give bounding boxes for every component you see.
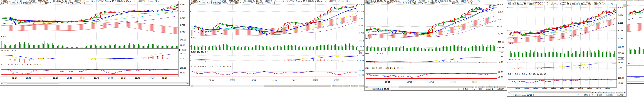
hidden-window-button <box>559 0 563 1</box>
scroll-right-button[interactable]: ▶ <box>591 92 594 94</box>
chart-scrollbar[interactable]: ◀▶▦✛─╫▪╱DLRQ✕▶ <box>190 85 364 87</box>
menu-switch-screen[interactable]: 画面転換 <box>484 88 495 90</box>
scroll-right-button[interactable]: ▶ <box>186 82 189 84</box>
hidden-window-button <box>587 0 591 1</box>
scroll-right-button[interactable]: ▶ <box>329 85 331 87</box>
chart-plot-area[interactable] <box>507 2 626 96</box>
toolbar-button-10[interactable]: ✕ <box>358 85 361 87</box>
chart-window-15min: 日経225mini 11/12( 15分, 2011/10/06 - 2011/… <box>190 0 364 88</box>
chart-menu: チャート追加 チャート削除 画面転換 画面設定 <box>456 88 507 90</box>
toolbar-button-5[interactable]: ╱ <box>608 92 610 94</box>
chart-tab[interactable]: 日経225mini 11/12 <box>513 94 534 96</box>
chevron-down-icon: ▼ <box>624 5 625 6</box>
scroll-left-button[interactable]: ◀ <box>190 85 193 87</box>
toolbar-button-3[interactable]: ╫ <box>602 92 605 94</box>
toolbar-button-10[interactable]: ✕ <box>621 92 624 94</box>
toolbar-button-1[interactable]: ✛ <box>335 85 337 87</box>
scroll-left-button[interactable]: ◀ <box>508 92 510 94</box>
hidden-window-button <box>545 0 549 1</box>
menu-screen-settings[interactable]: 画面設定 <box>615 94 626 96</box>
hidden-window-button <box>568 0 572 1</box>
hidden-window-button <box>526 0 530 1</box>
chart-toolbar: ▦✛─╫▪╱DLRQ✕▶ <box>332 85 364 87</box>
scrollbar-thumb[interactable] <box>533 92 591 93</box>
menu-add-chart[interactable]: チャート追加 <box>575 94 590 96</box>
chart-scrollbar[interactable]: ◀▶▦✛─╫▪╱DLRQ✕▶ <box>508 92 626 94</box>
toolbar-button-2[interactable]: ─ <box>337 85 340 87</box>
hidden-window-button <box>512 0 516 1</box>
menu-remove-chart[interactable]: チャート削除 <box>590 94 604 96</box>
hidden-window-button <box>624 0 629 1</box>
chart-window-5min: 日経225mini 11/12( 5分, 2011/10/13 - 2011/1… <box>0 0 190 86</box>
toolbar-button-8[interactable]: R <box>353 85 356 87</box>
hidden-window-button <box>643 0 644 1</box>
chart-tab-row: 日経225mini 11/12 チャート追加 チャート削除 画面転換 画面設定 <box>507 94 626 96</box>
tab-filler <box>391 88 456 90</box>
toolbar-button-0[interactable]: ▦ <box>332 85 334 87</box>
toolbar-button-5[interactable]: ╱ <box>345 85 348 87</box>
tab-filler <box>534 94 575 96</box>
toolbar-button-4[interactable]: ▪ <box>342 85 345 87</box>
chart-plot-area[interactable] <box>190 0 364 88</box>
chart-tab-row: 日経225mini 11/12 チャート追加 チャート削除 画面転換 画面設定 <box>365 88 507 90</box>
menu-add-chart[interactable]: チャート追加 <box>456 88 470 90</box>
hidden-window-button <box>629 0 634 1</box>
hidden-window-button <box>615 0 619 1</box>
hidden-window-button <box>578 0 582 1</box>
hidden-window-button <box>516 0 521 1</box>
chart-plot-area[interactable] <box>627 2 644 94</box>
menu-switch-screen[interactable]: 画面転換 <box>604 94 615 96</box>
chart-tab[interactable]: 日経225mini 11/12 <box>370 88 391 90</box>
toolbar-button-6[interactable]: D <box>610 92 613 94</box>
toolbar-button-6[interactable]: D <box>348 85 350 87</box>
hidden-window-button <box>601 0 605 1</box>
chart-plot-area[interactable] <box>0 0 190 86</box>
scrollbar-track[interactable] <box>510 92 591 94</box>
hidden-window-button <box>592 0 596 1</box>
toolbar-button-11[interactable]: ▶ <box>624 92 626 94</box>
window-strip-above <box>507 0 644 1</box>
hidden-window-button <box>634 0 638 1</box>
hidden-window-button <box>606 0 610 1</box>
toolbar-button-11[interactable]: ▶ <box>361 85 364 87</box>
hidden-window-button <box>610 0 615 1</box>
hidden-window-button <box>535 0 540 1</box>
hidden-window-button <box>531 0 535 1</box>
chart-menu: チャート追加 チャート削除 画面転換 画面設定 <box>575 94 626 96</box>
chart-window-60min: 日経225mini 11/12( 60分, 2011/10/06 - 2011/… <box>507 1 626 96</box>
hidden-window-button <box>554 0 558 1</box>
chart-window-partial <box>627 1 644 94</box>
hidden-window-button <box>564 0 568 1</box>
toolbar-button-7[interactable]: L <box>350 85 353 87</box>
scrollbar-thumb[interactable] <box>264 85 329 87</box>
chart-window-30min: 日経225mini 11/12( 30分, 2011/10/06 - 2011/… <box>364 0 507 90</box>
toolbar-button-1[interactable]: ✛ <box>597 92 600 94</box>
hidden-window-button <box>521 0 526 1</box>
scrollbar-track[interactable] <box>193 85 329 87</box>
chart-toolbar: ▦✛─╫▪╱DLRQ✕▶ <box>594 92 626 94</box>
menu-screen-settings[interactable]: 画面設定 <box>495 88 506 90</box>
hidden-window-button <box>620 0 624 1</box>
menu-remove-chart[interactable]: チャート削除 <box>470 88 484 90</box>
hidden-window-button <box>507 0 512 1</box>
hidden-window-button <box>540 0 544 1</box>
scrollbar-track[interactable] <box>3 82 186 84</box>
toolbar-button-0[interactable]: ▦ <box>594 92 597 94</box>
chart-plot-area[interactable] <box>365 0 507 90</box>
axis-dropdown-button[interactable]: ▼ <box>624 4 626 7</box>
toolbar-button-9[interactable]: Q <box>356 85 358 87</box>
hidden-window-button <box>596 0 600 1</box>
hidden-window-button <box>573 0 577 1</box>
toolbar-button-9[interactable]: Q <box>618 92 621 94</box>
toolbar-button-8[interactable]: R <box>616 92 618 94</box>
chart-scrollbar[interactable]: ◀▶ <box>0 82 189 84</box>
hidden-window-button <box>582 0 586 1</box>
scroll-left-button[interactable]: ◀ <box>0 82 3 84</box>
hidden-window-button <box>549 0 554 1</box>
toolbar-button-7[interactable]: L <box>613 92 616 94</box>
toolbar-button-3[interactable]: ╫ <box>340 85 342 87</box>
scrollbar-thumb[interactable] <box>7 82 58 84</box>
toolbar-button-2[interactable]: ─ <box>600 92 602 94</box>
hidden-window-button <box>638 0 643 1</box>
toolbar-button-4[interactable]: ▪ <box>605 92 608 94</box>
